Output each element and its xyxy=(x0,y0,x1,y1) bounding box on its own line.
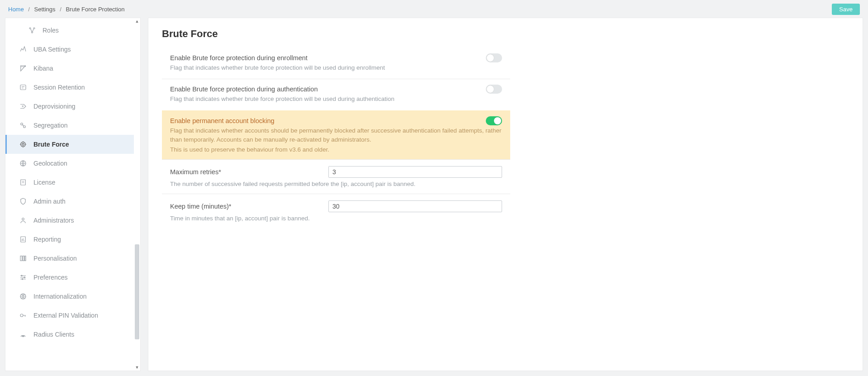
breadcrumb-current: Brute Force Protection xyxy=(66,6,124,13)
breadcrumb-home[interactable]: Home xyxy=(8,6,24,13)
internationalization-icon xyxy=(19,292,27,300)
field-keeptime-label: Keep time (minutes)* xyxy=(170,203,310,210)
sidebar-item-label: Administrators xyxy=(33,217,74,224)
svg-point-7 xyxy=(22,143,24,146)
setting-auth-desc: Flag that indicates whether brute force … xyxy=(170,95,502,104)
personalisation-icon xyxy=(19,254,27,262)
sidebar-item-admin-auth[interactable]: Admin auth xyxy=(5,192,134,211)
toggle-permanent[interactable] xyxy=(486,116,502,125)
field-retries-desc: The number of successive failed requests… xyxy=(170,181,502,187)
setting-auth: Enable Brute force protection during aut… xyxy=(162,79,510,110)
radius-icon xyxy=(19,330,27,338)
svg-rect-9 xyxy=(21,180,26,185)
topbar: Home / Settings / Brute Force Protection… xyxy=(0,0,868,18)
sidebar-item-label: Geolocation xyxy=(33,160,67,167)
svg-rect-13 xyxy=(23,256,24,261)
sidebar-item-label: Roles xyxy=(43,27,59,34)
sidebar-item-label: Internationalization xyxy=(33,293,87,300)
keep-time-input[interactable] xyxy=(328,200,502,212)
geolocation-icon xyxy=(19,159,27,167)
sidebar-item-segregation[interactable]: Segregation xyxy=(5,116,134,135)
toggle-enroll[interactable] xyxy=(486,53,502,62)
sidebar-item-reporting[interactable]: Reporting xyxy=(5,230,134,249)
sidebar-item-label: External PIN Validation xyxy=(33,312,98,319)
sidebar-item-kibana[interactable]: Kibana xyxy=(5,59,134,78)
svg-point-15 xyxy=(21,275,22,276)
svg-point-2 xyxy=(32,32,33,33)
setting-auth-label: Enable Brute force protection during aut… xyxy=(170,86,502,93)
sidebar-item-geolocation[interactable]: Geolocation xyxy=(5,154,134,173)
sidebar-item-uba[interactable]: UBA Settings xyxy=(5,40,134,59)
field-retries-label: Maximum retries* xyxy=(170,168,310,176)
preferences-icon xyxy=(19,273,27,281)
sidebar-item-label: Brute Force xyxy=(33,141,69,148)
setting-permanent-desc: Flag that indicates whether accounts sho… xyxy=(170,126,502,145)
reporting-icon xyxy=(19,235,27,243)
setting-enroll: Enable Brute force protection during enr… xyxy=(162,48,510,79)
sidebar-item-label: Preferences xyxy=(33,274,67,281)
sidebar: RolesUBA SettingsKibanaSession Retention… xyxy=(5,18,140,371)
sidebar-item-internationalization[interactable]: Internationalization xyxy=(5,287,134,306)
svg-rect-12 xyxy=(20,256,22,261)
svg-point-17 xyxy=(22,279,23,280)
svg-point-19 xyxy=(20,314,23,317)
sidebar-item-license[interactable]: License xyxy=(5,173,134,192)
scroll-down-icon[interactable]: ▼ xyxy=(134,364,140,371)
page-title: Brute Force xyxy=(162,28,849,40)
svg-point-10 xyxy=(22,218,24,220)
admin-auth-icon xyxy=(19,197,27,205)
session-retention-icon xyxy=(19,83,27,91)
external-pin-icon xyxy=(19,311,27,319)
sidebar-item-brute-force[interactable]: Brute Force xyxy=(5,135,134,154)
administrators-icon xyxy=(19,216,27,224)
sidebar-item-label: UBA Settings xyxy=(33,46,71,53)
svg-rect-3 xyxy=(20,85,26,90)
brute-force-icon xyxy=(19,140,27,148)
license-icon xyxy=(19,178,27,186)
max-retries-input[interactable] xyxy=(328,166,502,178)
roles-icon xyxy=(28,26,36,34)
sidebar-item-label: License xyxy=(33,179,55,186)
sidebar-item-label: Radius Clients xyxy=(33,331,74,338)
svg-point-6 xyxy=(21,142,26,147)
sidebar-item-label: Reporting xyxy=(33,236,61,243)
deprovisioning-icon xyxy=(19,102,27,110)
setting-permanent-label: Enable permanent account blocking xyxy=(170,117,502,124)
sidebar-item-preferences[interactable]: Preferences xyxy=(5,268,134,287)
sidebar-item-label: Session Retention xyxy=(33,84,85,91)
save-button[interactable]: Save xyxy=(832,4,860,15)
setting-enroll-label: Enable Brute force protection during enr… xyxy=(170,54,502,62)
field-retries: Maximum retries* The number of successiv… xyxy=(162,159,510,194)
setting-enroll-desc: Flag that indicates whether brute force … xyxy=(170,63,502,72)
sidebar-item-roles[interactable]: Roles xyxy=(5,21,134,40)
sidebar-item-administrators[interactable]: Administrators xyxy=(5,211,134,230)
sidebar-scrollbar[interactable]: ▲ ▼ xyxy=(134,18,140,371)
uba-icon xyxy=(19,45,27,53)
svg-point-1 xyxy=(33,28,35,29)
setting-permanent-note: This is used to preserve the behaviour f… xyxy=(170,146,502,153)
sidebar-item-label: Segregation xyxy=(33,122,68,129)
main-panel: Brute Force Enable Brute force protectio… xyxy=(148,18,863,371)
svg-point-0 xyxy=(29,28,31,29)
sidebar-item-radius[interactable]: Radius Clients xyxy=(5,325,134,344)
sidebar-item-label: Admin auth xyxy=(33,198,66,205)
sidebar-item-deprovisioning[interactable]: Deprovisioning xyxy=(5,97,134,116)
kibana-icon xyxy=(19,64,27,72)
svg-rect-14 xyxy=(25,256,26,261)
segregation-icon xyxy=(19,121,27,129)
sidebar-item-personalisation[interactable]: Personalisation xyxy=(5,249,134,268)
setting-permanent: Enable permanent account blocking Flag t… xyxy=(162,110,510,160)
sidebar-item-label: Deprovisioning xyxy=(33,103,76,110)
sidebar-item-external-pin[interactable]: External PIN Validation xyxy=(5,306,134,325)
sidebar-item-session-retention[interactable]: Session Retention xyxy=(5,78,134,97)
toggle-auth[interactable] xyxy=(486,85,502,94)
scroll-thumb[interactable] xyxy=(135,244,139,339)
sidebar-item-label: Kibana xyxy=(33,65,53,72)
field-keeptime-desc: Time in minutes that an [ip, account] pa… xyxy=(170,215,502,222)
sidebar-item-label: Personalisation xyxy=(33,255,77,262)
breadcrumb: Home / Settings / Brute Force Protection xyxy=(8,6,124,13)
svg-point-16 xyxy=(24,277,25,278)
scroll-up-icon[interactable]: ▲ xyxy=(134,18,140,24)
field-keeptime: Keep time (minutes)* Time in minutes tha… xyxy=(162,194,510,228)
breadcrumb-settings: Settings xyxy=(34,6,56,13)
